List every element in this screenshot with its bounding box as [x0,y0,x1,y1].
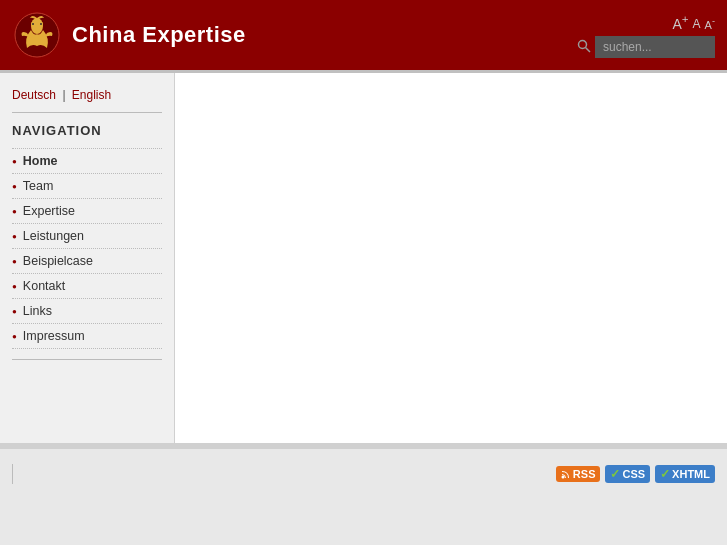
css-badge[interactable]: ✓ CSS [605,465,650,483]
xhtml-badge[interactable]: ✓ XHTML [655,465,715,483]
nav-link-links[interactable]: Links [23,304,52,318]
nav-bullet: ● [12,282,17,291]
lang-separator: | [62,88,68,102]
sidebar-divider-top [12,112,162,113]
font-size-small-button[interactable]: A- [705,16,715,31]
footer: RSS ✓ CSS ✓ XHTML [0,449,727,499]
nav-link-beispielcase[interactable]: Beispielcase [23,254,93,268]
search-input[interactable] [595,36,715,58]
site-title: China Expertise [72,22,246,48]
nav-link-kontakt[interactable]: Kontakt [23,279,65,293]
font-size-large-button[interactable]: A+ [672,12,688,32]
svg-point-6 [579,40,587,48]
nav-item-impressum[interactable]: ● Impressum [12,324,162,349]
svg-point-8 [561,476,564,479]
logo-area: China Expertise [12,8,246,63]
nav-heading: NAVIGATION [12,123,162,138]
nav-item-kontakt[interactable]: ● Kontakt [12,274,162,299]
header-right: A+ A A- [577,12,715,59]
lang-english[interactable]: English [72,88,111,102]
language-bar: Deutsch | English [12,88,162,102]
footer-divider [12,464,13,484]
sidebar-divider-bottom [12,359,162,360]
nav-item-leistungen[interactable]: ● Leistungen [12,224,162,249]
font-size-medium-button[interactable]: A [693,17,701,31]
nav-item-home[interactable]: ● Home [12,148,162,174]
nav-bullet: ● [12,332,17,341]
nav-link-team[interactable]: Team [23,179,54,193]
header: China Expertise A+ A A- [0,0,727,70]
lang-deutsch[interactable]: Deutsch [12,88,56,102]
sidebar: Deutsch | English NAVIGATION ● Home ● Te… [0,73,175,443]
nav-bullet: ● [12,157,17,166]
nav-link-leistungen[interactable]: Leistungen [23,229,84,243]
nav-item-expertise[interactable]: ● Expertise [12,199,162,224]
rss-icon [561,469,571,479]
nav-link-impressum[interactable]: Impressum [23,329,85,343]
svg-point-5 [40,23,42,25]
nav-bullet: ● [12,182,17,191]
nav-bullet: ● [12,232,17,241]
rss-badge[interactable]: RSS [556,466,601,482]
nav-link-expertise[interactable]: Expertise [23,204,75,218]
xhtml-label: XHTML [672,468,710,480]
nav-link-home[interactable]: Home [23,154,58,168]
xhtml-check-icon: ✓ [660,467,670,481]
nav-list: ● Home ● Team ● Expertise ● Leistungen ●… [12,148,162,349]
css-label: CSS [622,468,645,480]
nav-bullet: ● [12,257,17,266]
svg-point-4 [32,23,34,25]
svg-line-7 [586,47,591,52]
rss-label: RSS [573,468,596,480]
content-area [175,73,727,443]
main-layout: Deutsch | English NAVIGATION ● Home ● Te… [0,73,727,443]
nav-item-beispielcase[interactable]: ● Beispielcase [12,249,162,274]
nav-item-team[interactable]: ● Team [12,174,162,199]
search-area [577,36,715,58]
footer-left [12,464,13,484]
nav-bullet: ● [12,307,17,316]
nav-item-links[interactable]: ● Links [12,299,162,324]
footer-right: RSS ✓ CSS ✓ XHTML [556,465,715,483]
nav-bullet: ● [12,207,17,216]
css-check-icon: ✓ [610,467,620,481]
logo-icon [12,8,62,63]
font-size-controls: A+ A A- [672,12,715,32]
search-icon [577,39,591,56]
